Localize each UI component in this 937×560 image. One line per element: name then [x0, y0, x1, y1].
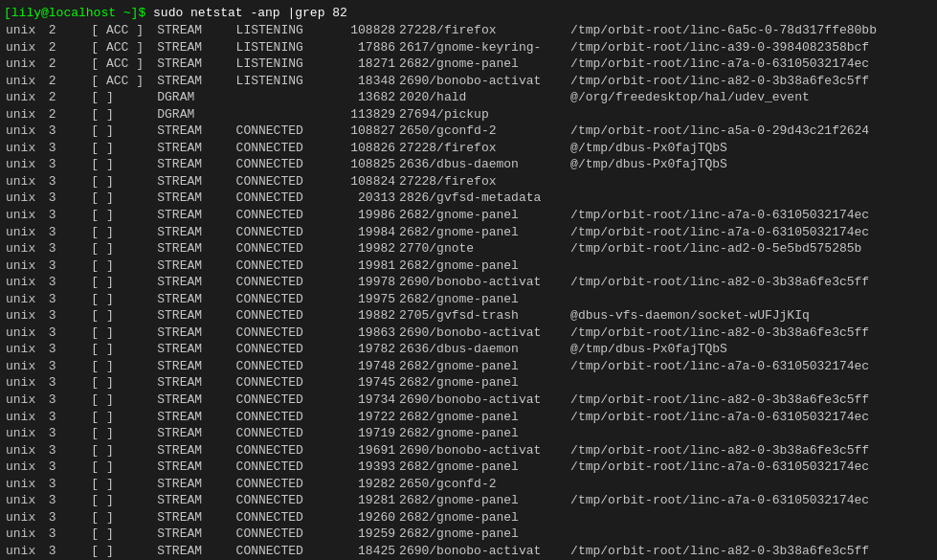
- table-row: unix3[ ]STREAMCONNECTED197192682/gnome-p…: [4, 425, 933, 442]
- table-row: unix3[ ]STREAMCONNECTED199862682/gnome-p…: [4, 207, 933, 224]
- table-row: unix2[ ]DGRAM136822020/hald@/org/freedes…: [4, 89, 933, 106]
- netstat-table: unix2[ ACC ]STREAMLISTENING10882827228/f…: [4, 22, 933, 560]
- table-row: unix3[ ]STREAMCONNECTED198822705/gvfsd-t…: [4, 307, 933, 325]
- table-row: unix3[ ]STREAMCONNECTED184252690/bonobo-…: [4, 543, 933, 560]
- table-row: unix2[ ACC ]STREAMLISTENING183482690/bon…: [4, 73, 933, 90]
- table-row: unix2[ ACC ]STREAMLISTENING178862617/gno…: [4, 39, 933, 56]
- table-row: unix3[ ]STREAMCONNECTED199782690/bonobo-…: [4, 274, 933, 291]
- prompt-line: [lily@localhost ~]$ sudo netstat -anp |g…: [4, 6, 933, 20]
- table-row: unix3[ ]STREAMCONNECTED199752682/gnome-p…: [4, 291, 933, 308]
- table-row: unix3[ ]STREAMCONNECTED196912690/bonobo-…: [4, 442, 933, 459]
- table-row: unix2[ ACC ]STREAMLISTENING182712682/gno…: [4, 56, 933, 73]
- table-row: unix3[ ]STREAMCONNECTED193932682/gnome-p…: [4, 459, 933, 476]
- table-row: unix3[ ]STREAMCONNECTED192822650/gconfd-…: [4, 476, 933, 493]
- table-row: unix3[ ]STREAMCONNECTED203132826/gvfsd-m…: [4, 190, 933, 207]
- table-row: unix2[ ACC ]STREAMLISTENING10882827228/f…: [4, 22, 933, 39]
- table-row: unix3[ ]STREAMCONNECTED10882427228/firef…: [4, 173, 933, 190]
- table-row: unix3[ ]STREAMCONNECTED197822636/dbus-da…: [4, 341, 933, 358]
- table-row: unix3[ ]STREAMCONNECTED199822770/gnote/t…: [4, 240, 933, 258]
- table-row: unix3[ ]STREAMCONNECTED198632690/bonobo-…: [4, 325, 933, 342]
- terminal-window: [lily@localhost ~]$ sudo netstat -anp |g…: [0, 0, 937, 560]
- table-row: unix3[ ]STREAMCONNECTED1088252636/dbus-d…: [4, 156, 933, 173]
- table-row: unix3[ ]STREAMCONNECTED197222682/gnome-p…: [4, 409, 933, 426]
- table-row: unix3[ ]STREAMCONNECTED192812682/gnome-p…: [4, 492, 933, 509]
- table-row: unix3[ ]STREAMCONNECTED10882627228/firef…: [4, 140, 933, 157]
- table-row: unix3[ ]STREAMCONNECTED192592682/gnome-p…: [4, 526, 933, 543]
- prompt-cmd: sudo netstat -anp |grep 82: [145, 6, 347, 20]
- table-row: unix3[ ]STREAMCONNECTED1088272650/gconfd…: [4, 123, 933, 140]
- table-row: unix3[ ]STREAMCONNECTED197342690/bonobo-…: [4, 392, 933, 409]
- table-row: unix3[ ]STREAMCONNECTED197452682/gnome-p…: [4, 374, 933, 392]
- prompt-user: [lily@localhost ~]$: [4, 6, 145, 20]
- table-row: unix3[ ]STREAMCONNECTED199812682/gnome-p…: [4, 258, 933, 275]
- table-row: unix3[ ]STREAMCONNECTED192602682/gnome-p…: [4, 509, 933, 526]
- table-row: unix3[ ]STREAMCONNECTED197482682/gnome-p…: [4, 358, 933, 375]
- table-row: unix2[ ]DGRAM11382927694/pickup: [4, 106, 933, 123]
- table-row: unix3[ ]STREAMCONNECTED199842682/gnome-p…: [4, 224, 933, 241]
